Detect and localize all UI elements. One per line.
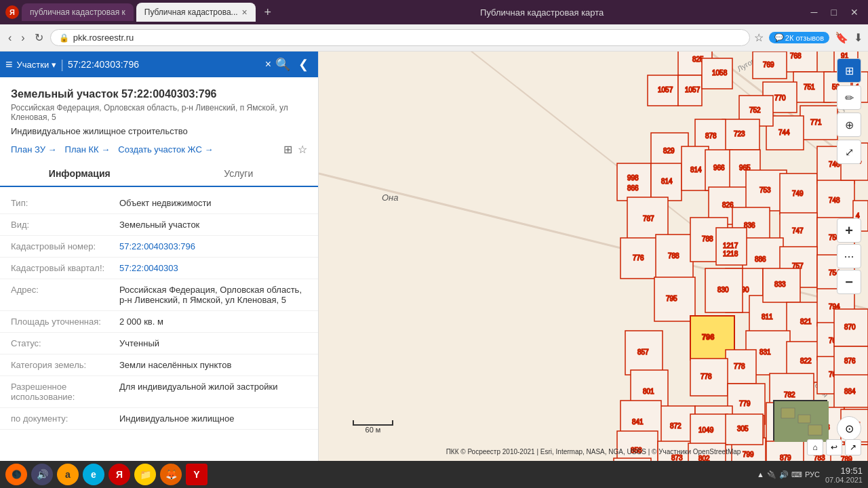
maximize-button[interactable]: □ <box>827 5 841 19</box>
taskbar-app-yb[interactable]: Y <box>186 464 208 485</box>
map-home-icons: ⌂ ↩ ↗ <box>807 439 861 455</box>
taskbar-app-files[interactable]: 📁 <box>134 464 156 485</box>
tray-arrow[interactable]: ▲ <box>757 470 764 479</box>
share-map-icon[interactable]: ↗ <box>845 439 861 455</box>
hamburger-icon[interactable]: ≡ <box>5 58 13 72</box>
nav-bar: ‹ › ↻ 🔒 pkk.rosreestr.ru ☆ 💬 2К отзывов … <box>0 24 868 52</box>
lang-indicator[interactable]: РУС <box>805 470 820 479</box>
title-bar: Я публичная кадастровая к Публичная када… <box>0 0 868 24</box>
label-kvartal: Кадастровый квартал!: <box>11 263 119 273</box>
tab-services[interactable]: Услуги <box>159 161 319 186</box>
svg-text:768: 768 <box>790 52 802 60</box>
reload-button[interactable]: ↻ <box>32 28 46 47</box>
map-thumbnail[interactable] <box>773 400 827 441</box>
svg-text:801: 801 <box>643 388 654 395</box>
time-display: 19:51 <box>825 466 863 476</box>
zoom-in-button[interactable]: + <box>837 218 861 243</box>
taskbar-app-yandex[interactable]: Я <box>108 464 130 485</box>
svg-text:779: 779 <box>739 400 751 407</box>
tab-close-icon[interactable]: × <box>242 7 248 18</box>
category-selector[interactable]: Участки ▾ <box>17 60 57 70</box>
layers-button[interactable]: ⊞ <box>837 58 861 83</box>
value-usage: Для индивидуальной жилой застройки <box>119 382 307 392</box>
search-input[interactable] <box>68 59 261 70</box>
svg-text:787: 787 <box>643 215 654 222</box>
back-button[interactable]: ‹ <box>5 29 14 47</box>
main-content: ≡ Участки ▾ | × 🔍 ❮ Земельный участок 57… <box>0 52 868 461</box>
value-area: 2 000 кв. м <box>119 317 307 327</box>
svg-rect-174 <box>798 415 810 423</box>
taskbar-app-audio[interactable]: 🔊 <box>31 464 53 485</box>
svg-text:776: 776 <box>633 254 644 262</box>
plan-zu-link[interactable]: План ЗУ → <box>11 144 57 155</box>
zoom-out-button[interactable]: − <box>837 270 861 294</box>
info-row-type: Тип: Объект недвижимости <box>0 192 318 214</box>
svg-text:833: 833 <box>774 281 786 288</box>
location-button[interactable]: ⊕ <box>837 113 861 137</box>
close-button[interactable]: ✕ <box>846 5 863 19</box>
plan-kk-link[interactable]: План КК → <box>65 144 111 155</box>
download-icon[interactable]: ⬇ <box>854 31 863 44</box>
parcel-type: Индивидуальное жилищное строительство <box>11 126 307 136</box>
svg-text:821: 821 <box>800 318 812 325</box>
clear-icon[interactable]: × <box>265 58 271 70</box>
home-icon[interactable]: ⌂ <box>807 439 823 455</box>
favorite-icon[interactable]: ☆ <box>298 143 307 156</box>
taskbar-app-amazon[interactable]: a <box>57 464 79 485</box>
taskbar-app-ie[interactable]: e <box>83 464 104 485</box>
taskbar-app-firefox[interactable]: 🦊 <box>160 464 182 485</box>
draw-button[interactable]: ✏ <box>837 85 861 110</box>
compass-button[interactable]: ⊙ <box>837 416 861 441</box>
svg-text:1058: 1058 <box>712 69 728 77</box>
tray-volume[interactable]: 🔊 <box>779 470 789 479</box>
svg-text:870: 870 <box>844 323 856 331</box>
svg-text:814: 814 <box>690 166 702 174</box>
info-row-cadastral: Кадастровый номер: 57:22:0040303:796 <box>0 236 318 258</box>
collapse-button[interactable]: ❮ <box>294 57 313 72</box>
value-category: Земли населённых пунктов <box>119 360 307 370</box>
address-bar[interactable]: 🔒 pkk.rosreestr.ru <box>50 29 750 46</box>
share-icon[interactable]: ⊞ <box>283 143 292 156</box>
create-link[interactable]: Создать участок ЖС → <box>118 144 213 155</box>
svg-text:752: 752 <box>749 106 761 114</box>
tab-info[interactable]: Информация <box>0 161 159 187</box>
value-doc: Индивидуальное жилищное <box>119 413 307 424</box>
info-row-kvartal: Кадастровый квартал!: 57:22:0040303 <box>0 258 318 279</box>
tab-inactive-label: публичная кадастровая к <box>30 7 125 17</box>
tab-inactive[interactable]: публичная кадастровая к <box>22 3 134 21</box>
map-area[interactable]: Луговая улица Зелёная улица Северная ули… <box>319 52 868 461</box>
label-category: Категория земель: <box>11 360 119 370</box>
forward-button[interactable]: › <box>18 29 27 47</box>
value-type: Объект недвижимости <box>119 198 307 208</box>
tray-keyboard: ⌨ <box>791 470 802 479</box>
search-button[interactable]: 🔍 <box>275 57 290 72</box>
search-divider: | <box>60 58 64 72</box>
minimize-button[interactable]: ─ <box>807 5 822 19</box>
svg-rect-173 <box>781 408 795 418</box>
zoom-options[interactable]: ··· <box>837 244 861 268</box>
undo-icon[interactable]: ↩ <box>826 439 842 455</box>
chat-icon: 💬 <box>774 33 784 42</box>
svg-text:1049: 1049 <box>698 426 714 434</box>
expand-button[interactable]: ⤢ <box>837 140 861 164</box>
info-row-address: Адрес: Российская Федерация, Орловская о… <box>0 279 318 311</box>
value-cadastral[interactable]: 57:22:0040303:796 <box>119 241 307 251</box>
tab-services-label: Услуги <box>224 168 253 179</box>
svg-text:305: 305 <box>737 425 749 432</box>
label-usage: Разрешенное использование: <box>11 382 119 402</box>
value-kvartal[interactable]: 57:22:0040303 <box>119 263 307 273</box>
tab-active[interactable]: Публичная кадастрова... × <box>136 3 256 22</box>
clock: 19:51 07.04.2021 <box>825 466 863 484</box>
bookmark2-icon[interactable]: 🔖 <box>835 31 848 44</box>
info-row-area: Площадь уточненная: 2 000 кв. м <box>0 311 318 333</box>
taskbar-app-yandex-browser[interactable]: 🌑 <box>5 464 27 485</box>
reviews-badge[interactable]: 💬 2К отзывов <box>769 32 829 43</box>
category-label: Участки <box>17 60 50 70</box>
new-tab-button[interactable]: + <box>258 3 277 22</box>
value-vid: Земельный участок <box>119 220 307 230</box>
svg-text:1057: 1057 <box>658 86 673 94</box>
label-address: Адрес: <box>11 285 119 295</box>
svg-text:796: 796 <box>702 333 714 341</box>
svg-text:744: 744 <box>778 129 790 136</box>
bookmark-icon[interactable]: ☆ <box>754 31 764 44</box>
